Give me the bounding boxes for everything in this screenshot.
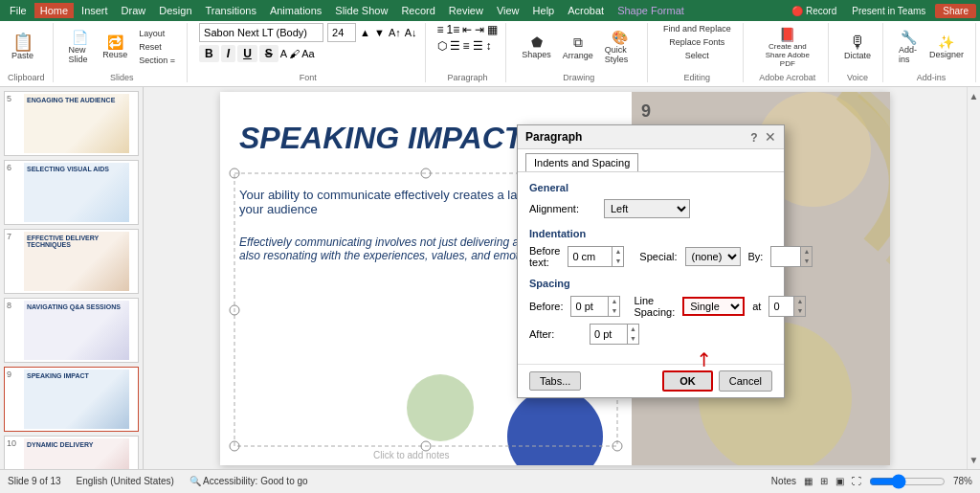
paste-button[interactable]: 📋 Paste — [8, 32, 37, 62]
before-text-down[interactable]: ▼ — [612, 257, 623, 266]
menu-file[interactable]: File — [4, 3, 33, 18]
at-input[interactable] — [769, 297, 793, 316]
dialog-help-button[interactable]: ? — [750, 131, 757, 145]
view-normal-button[interactable]: ▦ — [804, 476, 813, 486]
after-spacing-up[interactable]: ▲ — [628, 325, 638, 334]
before-text-input[interactable] — [568, 247, 612, 266]
after-spacing-down[interactable]: ▼ — [628, 334, 638, 344]
slide-thumb-7[interactable]: 7 EFFECTIVE DELIVERY TECHNIQUES — [4, 229, 139, 294]
by-down[interactable]: ▼ — [801, 257, 812, 266]
align-center-button[interactable]: ☰ — [450, 39, 460, 53]
italic-button[interactable]: I — [221, 45, 235, 62]
select-button[interactable]: Select — [681, 50, 713, 61]
shapes-button[interactable]: ⬟ Shapes — [518, 33, 555, 61]
after-spacing-input[interactable] — [590, 325, 627, 344]
scroll-up-arrow[interactable]: ▲ — [969, 91, 979, 101]
text-highlight-button[interactable]: 🖌 — [289, 48, 300, 59]
reset-button[interactable]: Reset — [135, 41, 179, 53]
before-spacing-input[interactable] — [571, 297, 608, 316]
right-scrollbar[interactable]: ▲ ▼ — [967, 87, 980, 469]
paragraph-dialog[interactable]: Paragraph ? ✕ Indents and Spacing Genera… — [517, 124, 785, 398]
designer-button[interactable]: ✨ Designer — [925, 33, 968, 61]
before-spacing-down[interactable]: ▼ — [609, 306, 619, 316]
dialog-tab-indents-spacing[interactable]: Indents and Spacing — [525, 153, 638, 171]
special-select[interactable]: (none) — [685, 247, 741, 266]
present-button[interactable]: Present in Teams — [846, 4, 931, 18]
tabs-button[interactable]: Tabs... — [529, 371, 581, 391]
font-size-down[interactable]: ▼ — [374, 27, 385, 38]
at-up[interactable]: ▲ — [794, 297, 805, 306]
notes-button[interactable]: Notes — [771, 476, 796, 486]
adobe-button[interactable]: 📕 Create and Share Adobe PDF — [755, 25, 820, 70]
section-button[interactable]: Section = — [135, 55, 179, 66]
font-size-up[interactable]: ▲ — [360, 27, 370, 38]
menu-draw[interactable]: Draw — [116, 3, 152, 18]
record-button[interactable]: 🔴 Record — [786, 4, 842, 18]
menu-design[interactable]: Design — [153, 3, 197, 18]
view-reading-button[interactable]: ▣ — [835, 476, 844, 486]
slide-thumb-10[interactable]: 10 DYNAMIC DELIVERY — [4, 436, 139, 469]
indent-decrease[interactable]: ⇤ — [462, 23, 472, 36]
layout-button[interactable]: Layout — [135, 28, 179, 39]
slide-thumb-6[interactable]: 6 SELECTING VISUAL AIDS — [4, 160, 139, 225]
by-input[interactable] — [771, 247, 800, 266]
font-color-button[interactable]: A — [280, 48, 287, 59]
arrange-button[interactable]: ⧉ Arrange — [559, 33, 597, 62]
menu-help[interactable]: Help — [527, 3, 561, 18]
menu-view[interactable]: View — [491, 3, 525, 18]
numbering-button[interactable]: 1≡ — [447, 23, 460, 36]
menu-transitions[interactable]: Transitions — [200, 3, 262, 18]
view-slideshow-button[interactable]: ⛶ — [852, 476, 861, 486]
by-up[interactable]: ▲ — [801, 247, 812, 257]
bullets-button[interactable]: ≡ — [437, 23, 444, 36]
at-down[interactable]: ▼ — [794, 306, 805, 316]
slide-thumb-8[interactable]: 8 NAVIGATING Q&A SESSIONS — [4, 298, 139, 363]
indent-increase[interactable]: ⇥ — [475, 23, 484, 36]
slide-thumb-5[interactable]: 5 ENGAGING THE AUDIENCE — [4, 91, 139, 156]
menu-shape-format[interactable]: Shape Format — [612, 3, 690, 18]
slide-thumb-9[interactable]: 9 SPEAKING IMPACT — [4, 367, 139, 432]
menu-home[interactable]: Home — [34, 3, 74, 18]
slide10-title: DYNAMIC DELIVERY — [27, 441, 126, 448]
menu-insert[interactable]: Insert — [76, 3, 114, 18]
dictate-icon: 🎙 — [849, 34, 866, 51]
font-aa-button[interactable]: Aa — [301, 48, 314, 59]
find-replace-button[interactable]: Find and Replace — [659, 23, 735, 34]
share-button[interactable]: Share — [935, 4, 976, 18]
view-slidesorter-button[interactable]: ⊞ — [820, 476, 828, 486]
menu-review[interactable]: Review — [443, 3, 489, 18]
align-left-button[interactable]: ⬡ — [437, 39, 447, 53]
cancel-button[interactable]: Cancel — [719, 370, 772, 392]
new-slide-button[interactable]: 📄 New Slide — [65, 28, 96, 66]
font-grow-icon[interactable]: A↑ — [389, 27, 401, 38]
zoom-slider[interactable] — [869, 474, 946, 489]
strikethrough-button[interactable]: S — [259, 45, 278, 62]
menu-acrobat[interactable]: Acrobat — [562, 3, 610, 18]
before-spacing-up[interactable]: ▲ — [609, 297, 619, 306]
menu-slideshow[interactable]: Slide Show — [329, 3, 393, 18]
ok-button[interactable]: OK — [662, 370, 713, 392]
replace-fonts-button[interactable]: Replace Fonts — [665, 36, 728, 48]
align-right-button[interactable]: ≡ — [463, 39, 470, 53]
columns-button[interactable]: ▦ — [487, 23, 498, 36]
alignment-label: Alignment: — [529, 203, 596, 214]
scroll-down-arrow[interactable]: ▼ — [969, 455, 979, 465]
add-notes-hint[interactable]: Click to add notes — [373, 450, 450, 460]
bold-button[interactable]: B — [199, 45, 219, 62]
line-spacing-button[interactable]: ↕ — [486, 39, 492, 53]
font-shrink-icon[interactable]: A↓ — [405, 27, 417, 38]
dictate-button[interactable]: 🎙 Dictate — [840, 32, 875, 62]
reuse-button[interactable]: 🔁 Reuse — [99, 33, 131, 61]
menu-record[interactable]: Record — [395, 3, 440, 18]
justify-button[interactable]: ☰ — [473, 39, 483, 53]
menu-animations[interactable]: Animations — [264, 3, 327, 18]
line-spacing-select[interactable]: Single 1.5 Lines Double Exactly Multiple — [682, 297, 745, 316]
quick-styles-button[interactable]: 🎨 Quick Styles — [601, 28, 639, 66]
dialog-close-button[interactable]: ✕ — [765, 129, 776, 145]
font-size-input[interactable] — [327, 23, 356, 42]
addins-button[interactable]: 🔧 Add-ins — [895, 28, 922, 66]
alignment-select[interactable]: Left — [604, 199, 690, 218]
before-text-up[interactable]: ▲ — [612, 247, 623, 257]
underline-button[interactable]: U — [237, 45, 257, 62]
font-name-input[interactable] — [199, 23, 323, 42]
